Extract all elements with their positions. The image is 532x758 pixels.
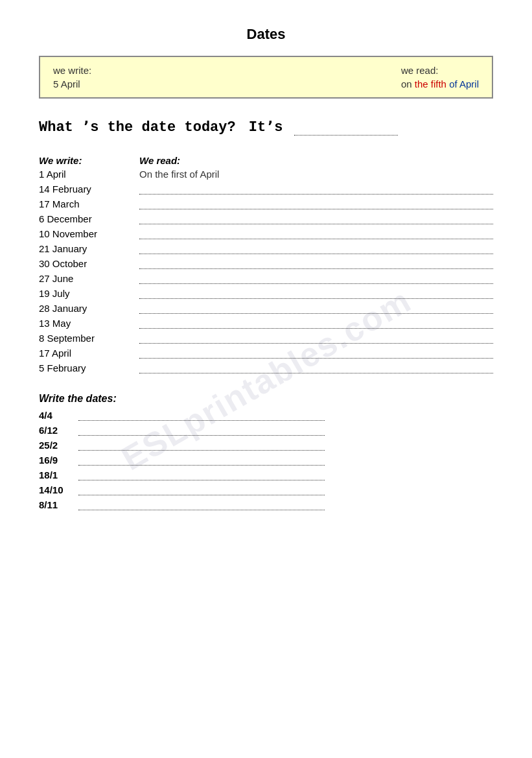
write-value: 21 January	[39, 243, 133, 254]
write-value: 1 April	[39, 169, 133, 180]
date-answer-line	[78, 465, 325, 466]
answer-line	[139, 298, 493, 299]
write-value: 30 October	[39, 258, 133, 269]
answer-line	[139, 358, 493, 359]
header-we-read: We read:	[139, 155, 180, 166]
table-row: 14 February	[39, 184, 493, 195]
answer-line	[139, 313, 493, 314]
table-row: 19 July	[39, 288, 493, 299]
example-write-col: we write: 5 April	[53, 65, 91, 89]
page-title: Dates	[39, 26, 493, 43]
table-row: 21 January	[39, 243, 493, 254]
table-row: 1 April On the first of April	[39, 169, 493, 180]
date-answer-line	[78, 495, 325, 495]
table-row: 13 May	[39, 318, 493, 329]
answer-line	[139, 239, 493, 239]
write-value: 19 July	[39, 288, 133, 299]
write-value: 27 June	[39, 273, 133, 284]
date-code: 4/4	[39, 410, 75, 421]
we-read-label: we read:	[401, 65, 479, 76]
ordinal-text: the fifth	[415, 78, 446, 89]
question-section: What ʼs the date today? Itʼs	[39, 118, 493, 136]
question-text: What ʼs the date today?	[39, 118, 236, 136]
date-code: 8/11	[39, 499, 75, 510]
table-row: 27 June	[39, 273, 493, 284]
table-row: 8 September	[39, 333, 493, 344]
date-answer-line	[78, 420, 325, 421]
we-write-value: 5 April	[53, 78, 91, 89]
write-value: 5 February	[39, 362, 133, 373]
exercise-section: We write: We read: 1 April On the first …	[39, 155, 493, 373]
answer-line	[139, 254, 493, 254]
read-value: On the first of April	[139, 169, 219, 180]
write-value: 17 March	[39, 198, 133, 209]
example-read-col: we read: on the fifth of April	[401, 65, 479, 89]
write-dates-section: Write the dates: 4/4 6/12 25/2 16/9 18/1…	[39, 393, 493, 510]
answer-line	[139, 283, 493, 284]
answer-dotted-line	[294, 135, 398, 136]
date-answer-line	[78, 435, 325, 436]
answer-line	[139, 373, 493, 373]
answer-line	[139, 224, 493, 224]
date-answer-line	[78, 510, 325, 510]
date-code: 6/12	[39, 425, 75, 436]
date-code: 14/10	[39, 484, 75, 495]
header-we-write: We write:	[39, 155, 133, 166]
we-read-value: on the fifth of April	[401, 78, 479, 89]
list-item: 14/10	[39, 484, 493, 495]
write-value: 28 January	[39, 303, 133, 314]
date-answer-line	[78, 480, 325, 480]
answer-line	[139, 343, 493, 344]
write-value: 8 September	[39, 333, 133, 344]
write-dates-title: Write the dates:	[39, 393, 493, 405]
table-row: 5 February	[39, 362, 493, 373]
list-item: 8/11	[39, 499, 493, 510]
list-item: 18/1	[39, 469, 493, 480]
answer-line	[139, 194, 493, 195]
table-row: 6 December	[39, 213, 493, 224]
answer-line	[139, 268, 493, 269]
date-code: 18/1	[39, 469, 75, 480]
of-text: of April	[449, 78, 479, 89]
table-row: 28 January	[39, 303, 493, 314]
date-code: 16/9	[39, 455, 75, 466]
answer-line	[139, 209, 493, 209]
write-value: 17 April	[39, 348, 133, 359]
write-value: 13 May	[39, 318, 133, 329]
list-item: 4/4	[39, 410, 493, 421]
table-row: 17 April	[39, 348, 493, 359]
we-write-label: we write:	[53, 65, 91, 76]
list-item: 6/12	[39, 425, 493, 436]
list-item: 16/9	[39, 455, 493, 466]
example-box: we write: 5 April we read: on the fifth …	[39, 56, 493, 99]
table-row: 10 November	[39, 228, 493, 239]
answer-text: Itʼs	[249, 118, 493, 136]
list-item: 25/2	[39, 440, 493, 451]
write-value: 10 November	[39, 228, 133, 239]
table-row: 17 March	[39, 198, 493, 209]
write-value: 14 February	[39, 184, 133, 195]
answer-line	[139, 328, 493, 329]
exercise-header: We write: We read:	[39, 155, 493, 166]
date-code: 25/2	[39, 440, 75, 451]
write-value: 6 December	[39, 213, 133, 224]
table-row: 30 October	[39, 258, 493, 269]
date-answer-line	[78, 450, 325, 451]
